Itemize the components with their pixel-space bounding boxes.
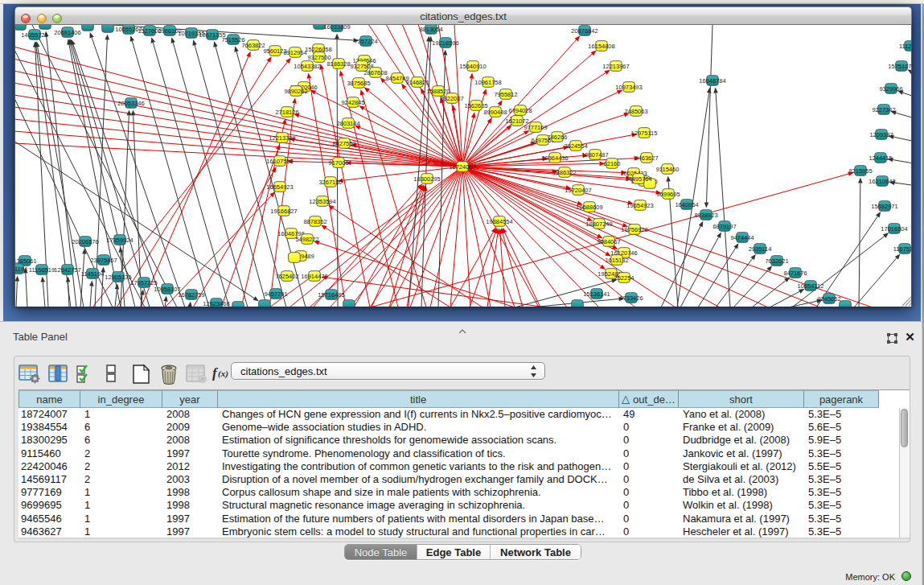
float-panel-icon[interactable]: [887, 332, 897, 343]
table-row[interactable]: 911546021997Tourette syndrome. Phenomeno…: [18, 447, 910, 460]
paper-node-yellow[interactable]: 9146821: [405, 77, 429, 88]
paper-node-yellow[interactable]: 5498222: [295, 234, 318, 245]
table-row[interactable]: 1938455462009Genome–wide association stu…: [18, 421, 910, 434]
paper-node-yellow[interactable]: 2803144: [336, 118, 359, 129]
paper-node-yellow[interactable]: 8990448: [483, 107, 507, 117]
tab-network-table[interactable]: Network Table: [491, 545, 581, 559]
table-settings-icon[interactable]: [18, 364, 41, 387]
split-handle[interactable]: [458, 323, 467, 337]
paper-node-yellow[interactable]: 7386322: [552, 167, 576, 178]
paper-node-yellow[interactable]: 12975115: [631, 128, 658, 138]
paper-node-yellow[interactable]: 9463627: [634, 153, 658, 163]
row-height-icon[interactable]: [105, 364, 118, 387]
paper-node-teal[interactable]: 15692971: [871, 201, 897, 212]
paper-node-yellow[interactable]: 18300295: [413, 174, 440, 184]
paper-node-yellow[interactable]: 62160: [604, 159, 621, 169]
paper-node-yellow[interactable]: 12213967: [602, 61, 629, 72]
paper-node-yellow[interactable]: 9242845: [341, 97, 364, 108]
paper-node-yellow[interactable]: 8878352: [303, 216, 326, 227]
table-row[interactable]: 1456911722003Disruption of a novel membe…: [18, 473, 910, 486]
paper-node-yellow[interactable]: 18807249: [585, 219, 612, 229]
paper-node-yellow[interactable]: 16154808: [588, 41, 614, 51]
paper-node-teal[interactable]: 20053346: [117, 98, 144, 109]
paper-node-yellow[interactable]: 19166827: [270, 206, 297, 216]
paper-node-teal[interactable]: 20691406: [54, 27, 80, 38]
table-row[interactable]: 969969511998Structural magnetic resonanc…: [18, 499, 910, 512]
paper-node-teal[interactable]: 1145194: [81, 269, 105, 279]
paper-node-teal[interactable]: 9227342: [872, 105, 895, 115]
paper-node-teal[interactable]: 1244415: [869, 153, 892, 163]
paper-node-teal[interactable]: 10654112: [798, 281, 824, 291]
paper-node-yellow[interactable]: 9115460: [656, 164, 680, 175]
paper-node-teal[interactable]: 15136141: [583, 289, 610, 299]
paper-node-yellow[interactable]: 7485063: [624, 106, 647, 117]
paper-node-teal[interactable]: 391194: [15, 264, 27, 274]
paper-node-yellow[interactable]: 3267130: [318, 177, 342, 187]
paper-node-yellow[interactable]: 8912954: [283, 47, 306, 58]
paper-node-yellow[interactable]: 2718126: [275, 107, 298, 117]
paper-node-teal[interactable]: 12905135: [105, 272, 131, 282]
paper-node-yellow[interactable]: 12213389: [269, 133, 295, 143]
paper-node-teal[interactable]: 1640954: [675, 200, 698, 210]
paper-node-teal[interactable]: 6879197: [713, 221, 736, 232]
column-header-pagerank[interactable]: pagerank: [804, 390, 879, 408]
vertical-scrollbar[interactable]: [899, 408, 909, 538]
table-row[interactable]: 2242004622012Investigating the contribut…: [18, 460, 910, 473]
paper-node-yellow[interactable]: 19756928: [621, 225, 647, 235]
paper-node-teal[interactable]: 16648784: [699, 76, 725, 86]
paper-node-teal[interactable]: [102, 25, 114, 32]
paper-node-teal[interactable]: 7357224: [354, 36, 377, 47]
paper-node-yellow[interactable]: 10688609: [576, 202, 602, 212]
paper-node-yellow[interactable]: 20364436: [541, 153, 568, 163]
paper-node-yellow[interactable]: 7625402: [275, 271, 298, 282]
paper-node-teal[interactable]: 15751074: [888, 61, 911, 72]
paper-node-teal[interactable]: 9245652: [817, 294, 840, 304]
paper-node-yellow[interactable]: 16914479: [301, 271, 327, 282]
citation-network-graph[interactable]: 1405572120691406106552671527602696616010…: [15, 25, 911, 307]
paper-node-teal[interactable]: 2935114: [749, 244, 772, 254]
window-titlebar[interactable]: citations_edges.txt: [14, 6, 912, 25]
window-resize-grip[interactable]: [902, 297, 911, 306]
paper-node-teal[interactable]: 23975867: [90, 255, 117, 266]
paper-node-teal[interactable]: 9457791: [264, 289, 287, 299]
paper-node-yellow[interactable]: [289, 253, 301, 263]
paper-node-teal[interactable]: 20876842: [571, 26, 598, 36]
paper-node-teal[interactable]: 1112334: [899, 41, 911, 51]
paper-node-yellow[interactable]: 9084067: [597, 237, 620, 247]
paper-node-yellow[interactable]: 8186328: [326, 59, 350, 69]
paper-node-teal[interactable]: [232, 302, 244, 307]
paper-node-yellow[interactable]: 252254: [614, 273, 634, 283]
paper-node-teal[interactable]: 8215955: [848, 166, 872, 176]
table-row[interactable]: 1830029562008Estimation of significance …: [18, 434, 910, 447]
paper-node-teal[interactable]: 20206576: [72, 237, 98, 247]
paper-node-yellow[interactable]: 14495764: [625, 174, 651, 184]
paper-node-teal[interactable]: 14055721: [21, 30, 47, 40]
table-row[interactable]: 1872400712008Changes of HCN gene express…: [18, 408, 910, 421]
column-header-name[interactable]: name: [18, 390, 80, 408]
paper-node-teal[interactable]: 8471676: [783, 268, 807, 278]
table-row[interactable]: 946554611997Estimation of the future num…: [18, 513, 910, 525]
paper-node-teal[interactable]: 11156519: [29, 265, 55, 275]
paper-node-teal[interactable]: 8938923: [694, 210, 717, 220]
paper-node-teal[interactable]: 15716485: [318, 290, 344, 300]
paper-node-teal[interactable]: 12923468: [203, 299, 229, 307]
network-table-combobox[interactable]: citations_edges.txt: [231, 362, 545, 380]
paper-node-teal[interactable]: 7632621: [765, 256, 788, 266]
paper-node-teal[interactable]: 19218596: [432, 38, 458, 48]
paper-node-yellow[interactable]: 16107553: [266, 156, 293, 167]
paper-node-teal[interactable]: 16033809: [323, 25, 350, 31]
paper-node-yellow[interactable]: 9890262: [284, 86, 307, 97]
paper-node-yellow[interactable]: 12353594: [309, 196, 335, 207]
delete-trash-icon[interactable]: [159, 364, 179, 388]
close-panel-icon[interactable]: ✕: [904, 331, 916, 344]
paper-node-yellow[interactable]: 10961758: [474, 77, 501, 88]
paper-node-yellow[interactable]: 10807487: [581, 150, 608, 160]
column-header-short[interactable]: short: [679, 390, 804, 408]
paper-node-yellow[interactable]: 1615132: [605, 255, 628, 266]
paper-node-teal[interactable]: [572, 300, 584, 307]
paper-node-teal[interactable]: 1733426: [619, 293, 643, 303]
paper-node-yellow[interactable]: 8322037: [440, 93, 463, 104]
paper-node-yellow[interactable]: 19384554: [486, 216, 512, 227]
paper-node-teal[interactable]: 16210643: [869, 176, 895, 187]
column-header-outde[interactable]: △out_de…: [619, 390, 679, 408]
